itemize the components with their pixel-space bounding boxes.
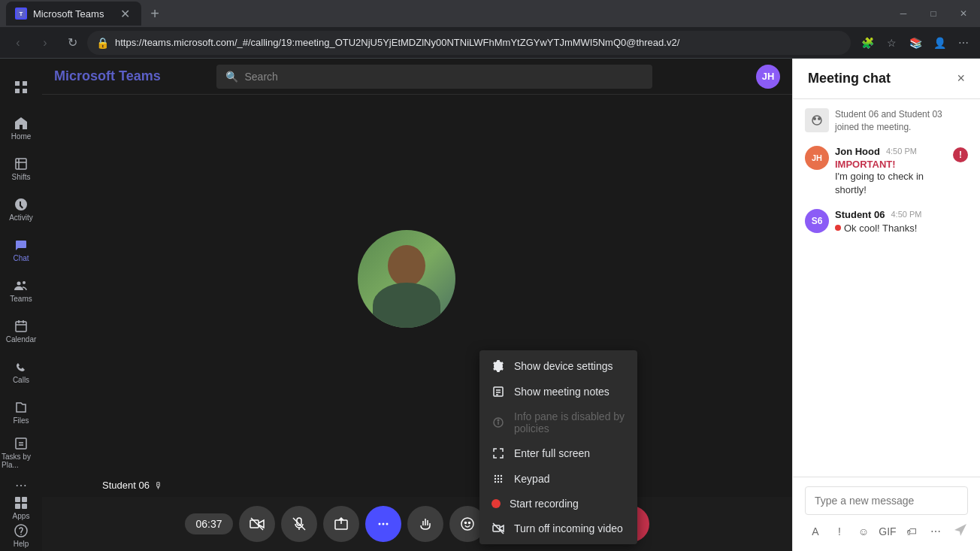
sidebar-item-activity-label: Activity [9,213,33,222]
sidebar-item-chat[interactable]: Chat [2,230,41,269]
minimize-button[interactable]: ─ [893,3,914,24]
menu-item-start-recording[interactable]: Start recording [479,492,637,516]
sidebar-item-files-label: Files [13,416,29,425]
sidebar-item-calendar[interactable]: Calendar [2,311,41,350]
sticker-button[interactable]: 🏷 [901,521,922,542]
raise-hand-button[interactable] [407,506,443,542]
sidebar-item-tasks-label: Tasks by Pla... [2,453,41,469]
chat-messages: Student 06 and Student 03 joined the mee… [793,99,980,477]
svg-point-56 [813,117,816,120]
more-options-button[interactable]: ⋯ [925,521,946,542]
sidebar-help-label: Help [14,540,29,548]
chat-input[interactable] [805,486,968,515]
search-placeholder: Search [244,71,277,83]
search-icon: 🔍 [225,71,238,83]
chat-close-button[interactable]: × [957,71,965,86]
nav-extra-buttons: 🧩 ☆ 📚 👤 ⋯ [857,32,974,53]
menu-item-device-settings[interactable]: Show device settings [479,353,637,379]
svg-rect-6 [16,159,26,169]
sidebar-item-teams-label: Teams [10,295,32,303]
participant-name: Student 06 [102,480,150,491]
notes-icon [492,385,505,398]
gif-button[interactable]: GIF [877,521,898,542]
student06-text: Ok cool! Thanks! [844,222,917,235]
browser-sync-button[interactable]: 👤 [929,32,950,53]
format-button[interactable]: A [805,521,826,542]
window-controls: ─ □ ✕ [893,3,974,24]
browser-tab-teams[interactable]: T Microsoft Teams ✕ [6,2,141,26]
keypad-icon [492,472,505,486]
extensions-button[interactable]: 🧩 [857,32,878,53]
student06-avatar: S6 [805,209,829,233]
svg-point-47 [378,523,380,525]
sidebar-item-activity[interactable]: Activity [2,189,41,229]
address-bar[interactable]: 🔒 https://teams.microsoft.com/_#/calling… [87,31,851,55]
svg-point-48 [382,523,384,525]
svg-point-35 [498,478,499,480]
emoji-button[interactable]: ☺ [853,521,874,542]
close-button[interactable]: ✕ [953,3,974,24]
menu-item-info-pane: Info pane is disabled by policies [479,404,637,440]
svg-point-57 [818,117,821,120]
send-button[interactable] [953,522,968,540]
menu-item-meeting-notes[interactable]: Show meeting notes [479,379,637,404]
menu-item-device-settings-label: Show device settings [514,360,613,372]
timer-value: 06:37 [195,518,222,530]
context-menu: Show device settings Show meeting notes … [479,350,637,544]
svg-text:T: T [20,11,23,17]
sidebar-apps-button[interactable]: Apps [2,495,41,520]
student06-time: 4:50 PM [891,210,921,219]
tab-favicon: T [15,8,27,20]
menu-item-start-recording-label: Start recording [510,498,579,510]
favorites-button[interactable]: ☆ [881,32,902,53]
menu-item-full-screen[interactable]: Enter full screen [479,440,637,466]
back-button[interactable]: ‹ [6,31,30,55]
svg-rect-11 [16,322,26,332]
participant-mic-icon: 🎙 [154,480,163,491]
menu-item-keypad[interactable]: Keypad [479,466,637,492]
sidebar-item-teams[interactable]: Teams [2,271,41,310]
maximize-button[interactable]: □ [923,3,944,24]
exclamation-button[interactable]: ! [829,521,850,542]
sidebar-help-button[interactable]: Help [2,523,41,548]
header-search-box[interactable]: 🔍 Search [216,65,652,89]
svg-point-51 [464,522,466,524]
menu-item-video-off[interactable]: Turn off incoming video [479,516,637,541]
video-toggle-button[interactable] [239,506,275,542]
jonhood-text: I'm going to check in shortly! [835,170,947,197]
mute-button[interactable] [281,506,317,542]
share-button[interactable] [323,506,359,542]
participant-label: Student 06 🎙 [102,480,163,491]
header-avatar[interactable]: JH [756,65,780,89]
ellipsis-icon: ⋯ [15,478,27,492]
browser-nav-bar: ‹ › ↻ 🔒 https://teams.microsoft.com/_#/c… [0,27,980,59]
sidebar-waffle[interactable] [2,68,41,107]
svg-rect-15 [16,438,26,449]
sidebar-item-home-label: Home [11,132,32,141]
menu-item-full-screen-label: Enter full screen [514,447,590,459]
record-icon [492,499,501,508]
svg-point-52 [468,522,470,524]
sidebar-item-chat-label: Chat [13,254,29,262]
svg-point-49 [386,523,388,525]
sidebar-item-shifts-label: Shifts [11,173,30,181]
svg-rect-18 [15,497,20,502]
more-button[interactable] [365,506,401,542]
collections-button[interactable]: 📚 [905,32,926,53]
teams-header: Microsoft Teams 🔍 Search JH [42,59,792,95]
sidebar-item-tasks[interactable]: Tasks by Pla... [2,433,41,472]
sidebar-item-calls[interactable]: Calls [2,352,41,391]
browser-menu-button[interactable]: ⋯ [953,32,974,53]
forward-button[interactable]: › [33,31,57,55]
new-tab-button[interactable]: + [144,3,165,24]
svg-point-39 [501,481,502,483]
sidebar-item-files[interactable]: Files [2,392,41,431]
sidebar-item-shifts[interactable]: Shifts [2,149,41,188]
sidebar-item-home[interactable]: Home [2,108,41,147]
refresh-button[interactable]: ↻ [60,31,84,55]
call-timer: 06:37 [185,513,232,534]
tab-close-button[interactable]: ✕ [117,6,132,21]
menu-item-meeting-notes-label: Show meeting notes [514,386,609,398]
jonhood-avatar: JH [805,146,829,170]
svg-rect-19 [22,497,27,502]
